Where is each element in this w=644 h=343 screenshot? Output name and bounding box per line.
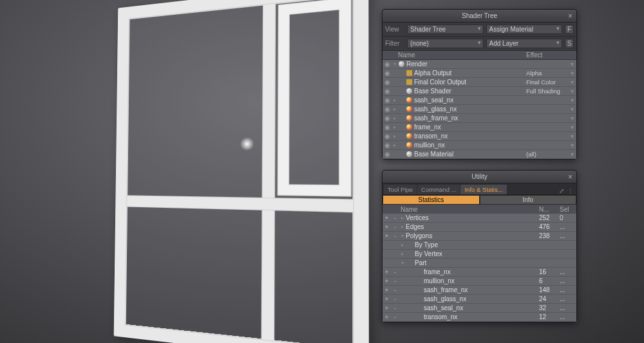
visibility-icon[interactable]: ◉	[383, 142, 392, 149]
row-dropdown-icon[interactable]: ▾	[567, 60, 576, 68]
stats-row[interactable]: ▸By Type	[383, 241, 576, 250]
expand-icon[interactable]: ▸	[392, 133, 398, 139]
close-icon[interactable]: ×	[568, 172, 573, 181]
statistics-tab[interactable]: Statistics	[383, 195, 480, 205]
col-sel[interactable]: Sel	[560, 206, 576, 213]
menu-icon[interactable]: ⋮	[566, 187, 575, 194]
remove-icon[interactable]: -	[391, 214, 399, 221]
row-dropdown-icon[interactable]: ▾	[567, 124, 576, 131]
add-icon[interactable]: +	[383, 286, 391, 293]
view-dropdown[interactable]: Shader Tree	[407, 24, 484, 34]
col-name[interactable]: Name	[397, 51, 526, 59]
stats-row[interactable]: ▸By Vertex	[383, 250, 576, 259]
stats-row[interactable]: +-sash_glass_nx24...	[383, 295, 576, 304]
expand-icon[interactable]: ▸	[392, 97, 398, 103]
stats-row[interactable]: +-▾Polygons238...	[383, 232, 576, 241]
add-icon[interactable]: +	[383, 277, 391, 284]
expand-icon[interactable]: ▸	[399, 215, 406, 221]
tab-tool-pipe[interactable]: Tool Pipe	[384, 185, 417, 194]
shader-tree-row[interactable]: ◉▸sash_frame_nx▾	[383, 114, 576, 123]
remove-icon[interactable]: -	[391, 286, 399, 293]
stats-row[interactable]: +-sash_seal_nx32...	[383, 304, 576, 313]
expand-icon[interactable]: ▸	[392, 124, 398, 130]
add-icon[interactable]: +	[383, 268, 391, 275]
visibility-icon[interactable]: ◉	[383, 124, 392, 131]
add-icon[interactable]: +	[383, 232, 391, 239]
row-dropdown-icon[interactable]: ▾	[567, 79, 576, 86]
row-dropdown-icon[interactable]: ▾	[567, 106, 576, 113]
stats-row[interactable]: +-transom_nx12...	[383, 313, 576, 322]
expand-icon[interactable]: ▸	[392, 115, 398, 121]
row-dropdown-icon[interactable]: ▾	[567, 70, 576, 77]
expand-icon[interactable]: ▸	[392, 106, 398, 112]
shader-tree-row[interactable]: ◉Base Material(all)▾	[383, 150, 576, 159]
row-dropdown-icon[interactable]: ▾	[567, 97, 576, 104]
visibility-icon[interactable]: ◉	[383, 106, 392, 113]
remove-icon[interactable]: -	[391, 223, 399, 230]
visibility-icon[interactable]: ◉	[383, 60, 392, 68]
expand-icon[interactable]: ▸	[392, 142, 398, 148]
visibility-icon[interactable]: ◉	[383, 70, 392, 77]
remove-icon[interactable]: -	[391, 313, 399, 320]
filter-dropdown[interactable]: (none)	[407, 39, 484, 48]
col-name[interactable]: Name	[399, 206, 539, 213]
viewport-window-model[interactable]	[114, 0, 369, 343]
remove-icon[interactable]: -	[391, 277, 399, 284]
stats-row[interactable]: +-frame_nx16...	[383, 268, 576, 277]
visibility-icon[interactable]: ◉	[383, 79, 392, 86]
expand-icon[interactable]: ▾	[399, 233, 406, 239]
expand-icon[interactable]: ⤢	[557, 187, 566, 194]
row-dropdown-icon[interactable]: ▾	[567, 115, 576, 122]
shader-tree-row[interactable]: ◉▸transom_nx▾	[383, 132, 576, 141]
stats-row[interactable]: +-▸Edges476...	[383, 223, 576, 232]
expand-icon[interactable]: ▾	[399, 260, 406, 266]
close-icon[interactable]: ×	[568, 12, 573, 21]
visibility-icon[interactable]: ◉	[383, 97, 392, 104]
remove-icon[interactable]: -	[391, 232, 399, 239]
expand-icon[interactable]: ▾	[392, 61, 398, 67]
shader-tree-row[interactable]: ◉Alpha OutputAlpha▾	[383, 69, 576, 78]
tab-info-statis-[interactable]: Info & Statis...	[460, 185, 506, 194]
addlayer-shortcut[interactable]: S	[565, 39, 574, 48]
stats-row[interactable]: +-sash_frame_nx148...	[383, 286, 576, 295]
shader-tree-row[interactable]: ◉▾Render▾	[383, 60, 576, 69]
shader-tree-row[interactable]: ◉▸frame_nx▾	[383, 123, 576, 132]
expand-icon[interactable]: ▸	[399, 251, 406, 257]
add-icon[interactable]: +	[383, 313, 391, 320]
add-icon[interactable]: +	[383, 214, 391, 221]
assign-material-button[interactable]: Assign Material	[486, 24, 563, 34]
shader-tree-row[interactable]: ◉Base ShaderFull Shading▾	[383, 87, 576, 96]
assign-shortcut[interactable]: F	[565, 24, 574, 34]
col-effect[interactable]: Effect	[526, 51, 576, 59]
shader-tree-row[interactable]: ◉▸mullion_nx▾	[383, 141, 576, 150]
expand-icon[interactable]: ▸	[399, 224, 406, 230]
remove-icon[interactable]: -	[391, 268, 399, 275]
add-layer-button[interactable]: Add Layer	[486, 39, 563, 48]
stats-row[interactable]: +-mullion_nx6...	[383, 277, 576, 286]
shader-tree-row[interactable]: ◉Final Color OutputFinal Color▾	[383, 78, 576, 87]
add-icon[interactable]: +	[383, 223, 391, 230]
row-dropdown-icon[interactable]: ▾	[567, 88, 576, 95]
stats-row[interactable]: +-▸Vertices2520	[383, 214, 576, 223]
row-name: Render	[406, 60, 526, 68]
add-icon[interactable]: +	[383, 295, 391, 302]
col-num[interactable]: N...	[539, 206, 560, 213]
visibility-icon[interactable]: ◉	[383, 133, 392, 140]
remove-icon[interactable]: -	[391, 295, 399, 302]
remove-icon[interactable]: -	[391, 304, 399, 311]
shader-tree-titlebar[interactable]: Shader Tree ×	[383, 10, 576, 23]
visibility-icon[interactable]: ◉	[383, 88, 392, 95]
info-tab[interactable]: Info	[480, 195, 577, 205]
shader-tree-row[interactable]: ◉▸sash_glass_nx▾	[383, 105, 576, 114]
row-dropdown-icon[interactable]: ▾	[567, 151, 576, 158]
row-dropdown-icon[interactable]: ▾	[567, 142, 576, 149]
visibility-icon[interactable]: ◉	[383, 115, 392, 122]
row-dropdown-icon[interactable]: ▾	[567, 133, 576, 140]
expand-icon[interactable]: ▸	[399, 242, 406, 248]
visibility-icon[interactable]: ◉	[383, 151, 392, 158]
stats-row[interactable]: ▾Part	[383, 259, 576, 268]
add-icon[interactable]: +	[383, 304, 391, 311]
shader-tree-row[interactable]: ◉▸sash_seal_nx▾	[383, 96, 576, 105]
utility-titlebar[interactable]: Utility ×	[383, 171, 576, 183]
tab-command-[interactable]: Command ...	[417, 185, 460, 194]
